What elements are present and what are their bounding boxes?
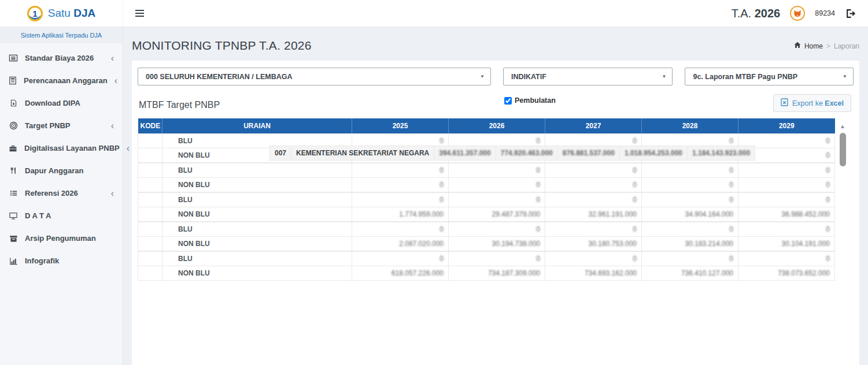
sidebar-item-label: D A T A [25, 211, 51, 220]
table-head: KODEURAIAN20252026202720282029 [138, 118, 835, 133]
caret-down-icon: ▼ [843, 74, 847, 79]
excel-icon [781, 98, 788, 108]
caret-down-icon: ▼ [662, 74, 667, 79]
app-logo-icon: 1 [27, 6, 43, 21]
column-header: 2025 [352, 118, 449, 133]
logout-button[interactable] [845, 8, 856, 19]
sidebar-item-digitalisasi-layanan-pnbp[interactable]: Digitalisasi Layanan PNBP‹ [0, 137, 123, 159]
kode-cell [138, 193, 162, 207]
value-cell: 394.611.357.000 [434, 146, 496, 161]
mtbf-table: KODEURAIAN20252026202720282029 001MAJELI… [138, 118, 835, 281]
chevron-left-icon: ‹ [111, 123, 114, 129]
pembulatan-control[interactable]: Pembulatan [504, 96, 556, 105]
column-header: KODE [138, 118, 162, 133]
bullseye-icon [9, 121, 18, 130]
menu-toggle-button[interactable] [133, 8, 146, 19]
chevron-left-icon: ‹ [111, 191, 114, 196]
tahap-select[interactable]: INDIKATIF ▼ [503, 68, 673, 85]
breadcrumb-separator: > [826, 42, 830, 50]
column-header: URAIAN [162, 118, 352, 133]
column-header: 2027 [545, 118, 642, 133]
table-zone: KODEURAIAN20252026202720282029 001MAJELI… [138, 118, 854, 281]
table-scrollbar[interactable]: ▲ [839, 118, 847, 281]
sidebar: Sistem Aplikasi Terpadu DJA Standar Biay… [0, 27, 123, 365]
sidebar-item-dapur-anggaran[interactable]: Dapur Anggaran [0, 159, 123, 182]
value-cell: 876.881.537.000 [557, 146, 619, 161]
topbar-right: T.A. 2026 89234 [732, 6, 868, 21]
kode-cell [138, 266, 162, 281]
pembulatan-checkbox[interactable] [504, 97, 512, 105]
sidebar-item-label: Referensi 2026 [25, 189, 78, 198]
fox-coin-icon[interactable] [790, 6, 805, 21]
table-toolbar: MTBF Target PNBP Pembulatan Export ke Ex… [138, 95, 854, 114]
chevron-left-icon: ‹ [114, 78, 117, 84]
utensils-icon [9, 166, 18, 175]
value-cell: 1.184.143.923.000 [688, 146, 755, 161]
uraian-cell: KEMENTERIAN SEKRETARIAT NEGARA [291, 146, 434, 161]
report-type-select[interactable]: 9c. Laporan MTBF Pagu PNBP ▼ [685, 68, 854, 85]
desktop-icon [9, 212, 18, 220]
home-icon [794, 42, 801, 50]
column-header: 2028 [642, 118, 738, 133]
kode-cell [138, 134, 162, 148]
kode-cell [138, 178, 162, 192]
chart-bar-icon [9, 257, 18, 265]
export-excel-button[interactable]: Export ke Excel [773, 94, 851, 112]
value-cell: 774.920.463.000 [496, 146, 557, 161]
breadcrumb-home[interactable]: Home [804, 42, 823, 50]
page-title: MONITORING TPNBP T.A. 2026 [132, 39, 312, 53]
sidebar-item-arsip-pengumuman[interactable]: Arsip Pengumuman [0, 227, 123, 249]
file-download-icon [9, 99, 18, 107]
chevron-left-icon: ‹ [111, 55, 114, 61]
filters-row: 000 SELURUH KEMENTERIAN / LEMBAGA ▼ INDI… [138, 68, 854, 85]
sidebar-item-target-pnbp[interactable]: Target PNBP‹ [0, 114, 123, 137]
sidebar-item-label: Infografik [25, 256, 59, 265]
kode-cell [138, 237, 162, 251]
list-alt-icon [9, 54, 18, 62]
sidebar-item-download-dipa[interactable]: Download DIPA [0, 92, 123, 114]
sidebar-item-infografik[interactable]: Infografik [0, 249, 123, 272]
table-header-row: KODEURAIAN20252026202720282029 [138, 118, 835, 133]
kode-cell [138, 207, 162, 222]
sidebar-item-standar-biaya-2026[interactable]: Standar Biaya 2026‹ [0, 47, 123, 69]
fiscal-year-label: T.A. 2026 [732, 7, 781, 20]
sidebar-item-perencanaan-anggaran[interactable]: Perencanaan Anggaran‹ [0, 69, 123, 92]
sidebar-item-label: Digitalisasi Layanan PNBP [24, 144, 120, 152]
sidebar-item-label: Perencanaan Anggaran [24, 76, 108, 85]
table-row: 007KEMENTERIAN SEKRETARIAT NEGARA394.611… [261, 146, 854, 281]
kode-cell [138, 222, 162, 237]
table-title: MTBF Target PNBP [139, 100, 220, 110]
column-header: 2029 [738, 118, 835, 133]
list-icon [9, 189, 18, 197]
kode-cell [138, 148, 162, 163]
breadcrumb: Home > Laporan [794, 42, 859, 50]
sidebar-item-label: Download DIPA [25, 99, 80, 107]
kode-cell: 007 [270, 146, 291, 161]
brand[interactable]: 1 Satu DJA [0, 0, 123, 27]
sidebar-item-d-a-t-a[interactable]: D A T A [0, 204, 123, 227]
brand-name: Satu DJA [48, 7, 95, 20]
table-body: 001MAJELIS PERMUSYAWARATAN RAKYAT (MPR)0… [138, 133, 835, 281]
sidebar-item-label: Standar Biaya 2026 [25, 54, 94, 62]
sidebar-item-label: Arsip Pengumuman [25, 234, 96, 243]
points-count: 89234 [815, 9, 835, 17]
topbar: 1 Satu DJA T.A. 2026 89234 [0, 0, 868, 27]
sidebar-item-label: Dapur Anggaran [25, 166, 83, 175]
caret-down-icon: ▼ [480, 74, 485, 79]
value-cell: 1.018.954.253.000 [619, 146, 687, 161]
kl-select[interactable]: 000 SELURUH KEMENTERIAN / LEMBAGA ▼ [138, 68, 491, 85]
scrollbar-thumb[interactable] [840, 133, 846, 166]
sidebar-menu: Standar Biaya 2026‹Perencanaan Anggaran‹… [0, 43, 123, 272]
kode-cell [138, 252, 162, 266]
calculator-icon [9, 76, 17, 85]
report-panel: 000 SELURUH KEMENTERIAN / LEMBAGA ▼ INDI… [132, 61, 859, 365]
column-header: 2026 [449, 118, 545, 133]
sidebar-item-referensi-2026[interactable]: Referensi 2026‹ [0, 182, 123, 204]
sidebar-item-label: Target PNBP [25, 121, 71, 130]
briefcase-icon [9, 144, 17, 152]
kode-cell [138, 163, 162, 178]
breadcrumb-current: Laporan [834, 42, 859, 50]
scroll-up-arrow[interactable]: ▲ [840, 118, 845, 133]
app-subtitle: Sistem Aplikasi Terpadu DJA [0, 27, 123, 43]
archive-icon [9, 234, 18, 243]
